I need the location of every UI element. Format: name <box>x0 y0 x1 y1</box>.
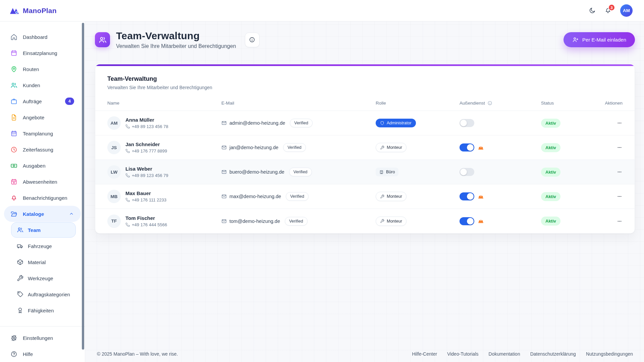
table-row: TFTom Fischer+49 176 444 5566tom@demo-he… <box>95 209 635 233</box>
folder-open-icon <box>10 210 17 218</box>
sidebar-item-einstellungen[interactable]: Einstellungen <box>4 330 81 346</box>
sidebar-item-einsatzplanung[interactable]: Einsatzplanung <box>4 45 81 61</box>
sidebar-scrollbar[interactable] <box>82 23 84 350</box>
sidebar-item-label: Dashboard <box>23 34 47 40</box>
status-badge: Aktiv <box>541 143 560 152</box>
tag-icon <box>17 291 23 298</box>
footer-copyright: © 2025 ManoPlan – With love, we rise. <box>97 351 178 357</box>
row-actions-button[interactable] <box>616 144 623 150</box>
member-name: Tom Fischer <box>125 215 167 221</box>
status-badge: Aktiv <box>541 168 560 177</box>
invite-email-button[interactable]: Per E-Mail einladen <box>564 32 635 47</box>
ellipsis-icon <box>616 169 623 175</box>
wrench-icon <box>380 194 384 199</box>
sidebar-item-label: Kataloge <box>23 211 44 217</box>
row-actions-button[interactable] <box>616 193 623 199</box>
sidebar-subitem-team[interactable]: Team <box>11 222 76 238</box>
package-icon <box>17 259 23 265</box>
sidebar-item-label: Aufträge <box>23 99 42 104</box>
brand-logo[interactable]: ManoPlan <box>0 6 57 16</box>
footer-link-dokumentation[interactable]: Dokumentation <box>489 351 520 357</box>
users-icon <box>17 227 23 233</box>
help-circle-icon <box>10 351 17 358</box>
field-service-toggle[interactable] <box>460 143 474 152</box>
field-service-toggle[interactable] <box>460 192 474 200</box>
sidebar-item-zeiterfassung[interactable]: Zeiterfassung <box>4 141 81 158</box>
ellipsis-icon <box>616 218 623 224</box>
sidebar-item-teamplanung[interactable]: Teamplanung <box>4 125 81 141</box>
footer-link-nutzungsbedingungen[interactable]: Nutzungsbedingungen <box>586 351 633 357</box>
member-avatar: LW <box>107 165 121 179</box>
footer-link-hilfe-center[interactable]: Hilfe-Center <box>412 351 437 357</box>
page-title-block: Team-Verwaltung Verwalten Sie Ihre Mitar… <box>116 30 236 49</box>
sidebar-nav: DashboardEinsatzplanungRoutenKundenAuftr… <box>0 29 85 318</box>
map-pin-icon <box>10 66 17 73</box>
sidebar-item-routen[interactable]: Routen <box>4 61 81 77</box>
sidebar-subitem-werkzeuge[interactable]: Werkzeuge <box>11 270 76 286</box>
column-header-aktionen: Aktionen <box>602 101 623 106</box>
hard-hat-icon <box>478 144 484 151</box>
wrench-icon <box>17 275 23 282</box>
users-icon <box>17 227 23 233</box>
team-icon-tile <box>95 32 110 47</box>
field-service-info-icon[interactable] <box>487 101 492 106</box>
brand-name: ManoPlan <box>23 7 57 15</box>
table-body: AMAnna Müller+49 89 123 456 78admin@demo… <box>95 111 635 233</box>
banknote-icon <box>10 162 17 169</box>
sidebar-item-auftraege[interactable]: Aufträge4 <box>4 93 81 109</box>
sidebar-subitem-material[interactable]: Material <box>11 254 76 270</box>
column-header-status: Status <box>541 101 602 106</box>
sidebar-item-label: Hilfe <box>23 351 33 357</box>
sidebar-item-label: Teamplanung <box>23 131 53 136</box>
calendar-x-icon <box>10 178 17 185</box>
settings-icon <box>10 335 17 342</box>
footer-link-datenschutzerkl-rung[interactable]: Datenschutzerklärung <box>530 351 576 357</box>
member-email: max@demo-heizung.de <box>229 194 281 199</box>
column-header-au-endienst: Außendienst <box>460 101 541 106</box>
sidebar-item-kunden[interactable]: Kunden <box>4 77 81 93</box>
ellipsis-icon <box>616 144 623 150</box>
users-icon <box>10 82 17 89</box>
mail-icon <box>221 219 227 224</box>
sidebar-subitem-faehigkeiten[interactable]: Fähigkeiten <box>11 303 76 318</box>
table-row: LWLisa Weber+49 89 123 456 79buero@demo-… <box>95 160 635 184</box>
map-pin-icon <box>10 66 17 73</box>
member-phone: +49 176 111 2233 <box>125 197 166 202</box>
calendar-days-icon <box>10 130 17 137</box>
sidebar-item-kataloge[interactable]: Kataloge <box>4 206 81 222</box>
field-service-toggle[interactable] <box>460 217 474 225</box>
sidebar-item-hilfe[interactable]: Hilfe <box>4 346 81 362</box>
moon-icon <box>589 7 596 14</box>
manoplan-logo-icon <box>9 6 19 16</box>
table-row: JSJan Schneider+49 176 777 8899jan@demo-… <box>95 135 635 160</box>
sidebar-item-dashboard[interactable]: Dashboard <box>4 29 81 45</box>
sidebar-item-abwesenheiten[interactable]: Abwesenheiten <box>4 174 81 190</box>
dark-mode-toggle[interactable] <box>589 7 596 14</box>
sidebar-item-angebote[interactable]: Angebote <box>4 109 81 125</box>
footer-link-video-tutorials[interactable]: Video-Tutorials <box>447 351 478 357</box>
sidebar-item-benachrichtigungen[interactable]: Benachrichtigungen <box>4 190 81 206</box>
sidebar-item-ausgaben[interactable]: Ausgaben <box>4 158 81 174</box>
member-phone: +49 176 444 5566 <box>125 222 167 227</box>
field-service-toggle[interactable] <box>460 168 474 176</box>
sidebar-subitem-auftragskategorien[interactable]: Auftragskategorien <box>11 287 76 302</box>
users-icon <box>10 82 17 89</box>
sidebar-subitem-label: Team <box>28 227 41 233</box>
row-actions-button[interactable] <box>616 169 623 175</box>
info-icon <box>487 101 492 106</box>
sidebar-item-label: Ausgaben <box>23 163 46 169</box>
award-icon <box>17 307 23 314</box>
row-actions-button[interactable] <box>616 120 623 126</box>
toggle-knob <box>467 193 474 200</box>
mail-icon <box>221 169 227 175</box>
info-button[interactable] <box>245 33 260 47</box>
member-phone: +49 89 123 456 79 <box>125 173 168 178</box>
page-header: Team-Verwaltung Verwalten Sie Ihre Mitar… <box>95 30 635 49</box>
ellipsis-icon <box>616 120 623 126</box>
sidebar-subitem-fahrzeuge[interactable]: Fahrzeuge <box>11 238 76 254</box>
mail-icon <box>221 169 227 175</box>
field-service-toggle[interactable] <box>460 119 474 127</box>
user-avatar[interactable]: AM <box>620 4 633 17</box>
row-actions-button[interactable] <box>616 218 623 224</box>
notifications-button[interactable]: 3 <box>604 7 611 14</box>
